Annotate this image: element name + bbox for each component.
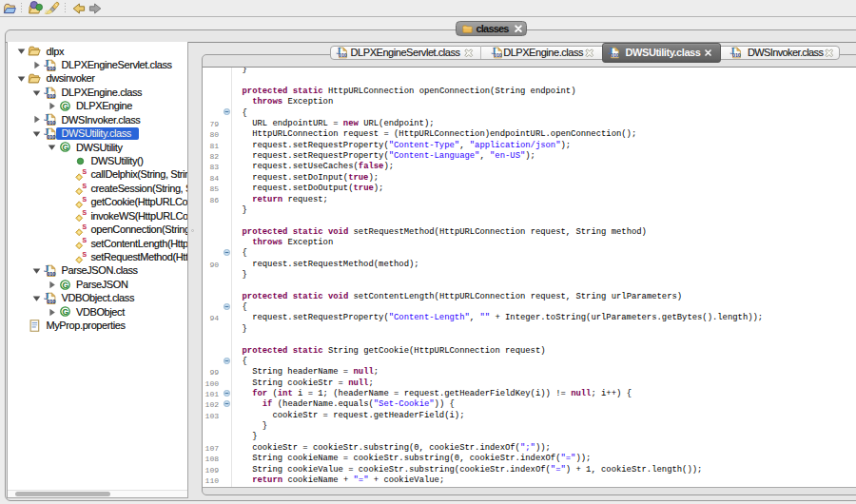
svg-text:G: G	[62, 307, 68, 317]
svg-text:010: 010	[47, 66, 55, 71]
svg-text:S: S	[83, 237, 88, 243]
svg-text:S: S	[83, 251, 88, 258]
svg-text:G: G	[62, 102, 68, 111]
svg-text:010: 010	[494, 52, 502, 58]
svg-text:G: G	[62, 143, 68, 152]
svg-text:S: S	[83, 196, 88, 203]
svg-text:S: S	[83, 183, 88, 189]
svg-text:010: 010	[611, 52, 619, 58]
svg-text:G: G	[62, 280, 68, 289]
svg-text:010: 010	[47, 271, 55, 277]
svg-text:010: 010	[732, 52, 741, 58]
svg-text:010: 010	[339, 52, 347, 58]
svg-text:S: S	[83, 223, 88, 230]
svg-text:S: S	[83, 210, 88, 217]
svg-text:S: S	[83, 168, 88, 175]
svg-text:010: 010	[47, 92, 55, 98]
svg-text:010: 010	[47, 134, 55, 140]
svg-text:010: 010	[47, 299, 55, 304]
